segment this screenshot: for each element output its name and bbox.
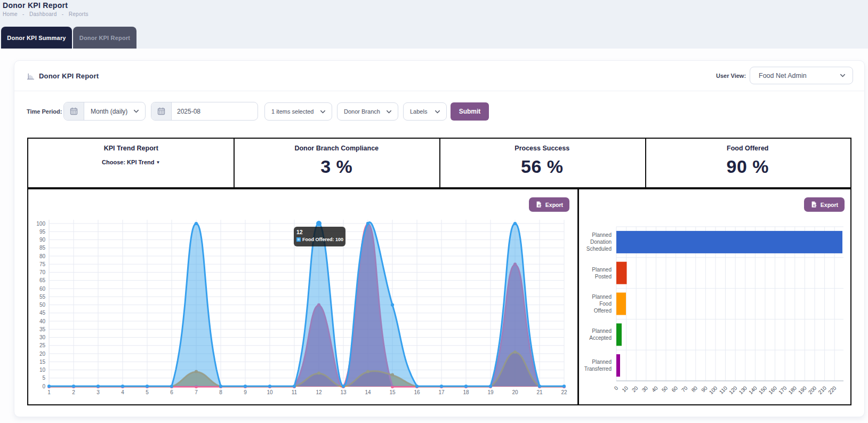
svg-text:45: 45 [39,310,46,316]
svg-text:35: 35 [39,326,46,332]
svg-text:90: 90 [700,385,709,393]
svg-text:100: 100 [708,385,719,395]
svg-text:110: 110 [718,385,728,395]
svg-text:Planned: Planned [592,359,612,365]
svg-text:100: 100 [36,221,45,227]
svg-text:220: 220 [827,385,838,395]
svg-text:30: 30 [39,334,46,340]
svg-text:14: 14 [365,389,371,395]
svg-text:95: 95 [39,229,46,235]
svg-text:3: 3 [97,389,100,395]
svg-text:20: 20 [39,351,46,357]
svg-text:170: 170 [777,385,788,395]
svg-text:17: 17 [438,389,445,395]
svg-text:210: 210 [817,385,827,395]
svg-text:Accepted: Accepted [589,335,612,341]
svg-text:2: 2 [72,389,75,395]
svg-text:0: 0 [613,385,620,391]
svg-text:8: 8 [219,389,222,395]
svg-text:5: 5 [42,375,45,381]
svg-text:30: 30 [641,385,649,393]
svg-text:150: 150 [758,385,768,395]
svg-text:20: 20 [631,385,639,393]
svg-text:Transferred: Transferred [584,366,612,372]
svg-text:10: 10 [267,389,273,395]
svg-text:15: 15 [39,359,46,365]
svg-text:Offered: Offered [594,308,612,314]
svg-text:65: 65 [39,277,46,283]
svg-text:5: 5 [146,389,149,395]
svg-text:80: 80 [690,385,699,393]
svg-text:Donation: Donation [590,239,612,245]
svg-text:21: 21 [536,389,543,395]
svg-text:85: 85 [39,245,46,251]
svg-text:180: 180 [787,385,798,395]
svg-text:Planned: Planned [592,267,612,273]
svg-text:Posted: Posted [595,274,612,280]
svg-text:20: 20 [512,389,518,395]
svg-text:Planned: Planned [592,294,612,300]
svg-text:0: 0 [42,384,45,389]
svg-text:9: 9 [244,389,247,395]
svg-text:120: 120 [728,385,738,395]
svg-text:40: 40 [650,385,659,393]
svg-text:40: 40 [39,318,46,324]
svg-text:13: 13 [340,389,347,395]
svg-text:6: 6 [170,389,173,395]
svg-text:70: 70 [39,269,46,275]
svg-text:12: 12 [316,389,322,395]
svg-text:10: 10 [39,367,46,373]
svg-text:160: 160 [767,385,778,395]
svg-text:18: 18 [463,389,469,395]
svg-text:200: 200 [807,385,818,395]
svg-text:15: 15 [389,389,396,395]
svg-text:80: 80 [39,253,46,259]
svg-text:22: 22 [561,389,567,395]
svg-text:130: 130 [738,385,749,395]
svg-text:50: 50 [39,302,46,308]
svg-text:60: 60 [670,385,679,393]
svg-text:1: 1 [47,389,51,395]
svg-text:Food: Food [599,301,612,307]
svg-text:90: 90 [39,237,46,243]
svg-text:Planned: Planned [592,232,612,238]
svg-text:25: 25 [39,342,46,348]
svg-text:60: 60 [39,286,46,292]
svg-text:50: 50 [661,385,669,393]
svg-text:Planned: Planned [592,328,612,334]
svg-text:70: 70 [680,385,689,393]
svg-text:75: 75 [39,261,46,267]
svg-text:11: 11 [292,389,298,395]
svg-text:19: 19 [487,389,494,395]
svg-text:7: 7 [195,389,198,395]
svg-text:190: 190 [797,385,808,395]
svg-text:55: 55 [39,294,46,300]
svg-text:140: 140 [748,385,758,395]
svg-text:4: 4 [121,389,124,395]
svg-text:10: 10 [621,385,629,393]
svg-text:16: 16 [414,389,420,395]
svg-text:Scheduled: Scheduled [586,246,612,252]
